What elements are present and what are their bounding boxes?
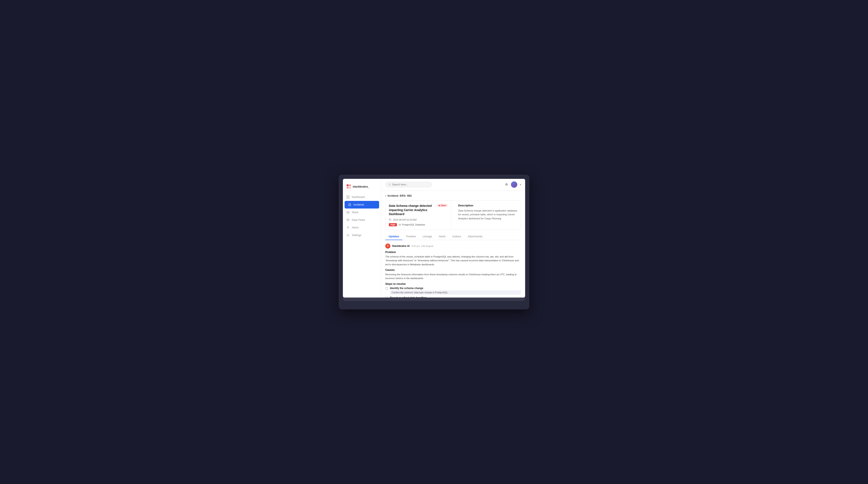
svg-rect-6 <box>346 197 348 199</box>
description-text: Data Schema change detected in applicati… <box>458 209 517 220</box>
breadcrumb: ‹ Incident: ERS- 992 <box>385 194 521 197</box>
sidebar-item-data-flows[interactable]: Data Flows <box>343 216 381 224</box>
svg-line-25 <box>390 185 391 185</box>
step-circle-1 <box>385 287 388 290</box>
sidebar-label-data-flows: Data Flows <box>352 218 365 221</box>
step-desc-1: Confirm the columns' data type change in… <box>390 290 521 295</box>
problem-text: The schema of the vessel_schedule table … <box>385 255 521 266</box>
sidebar: stackbrains_ Dashboard <box>343 179 381 298</box>
dashboard-icon <box>346 195 350 199</box>
step-item-1: Identify the schema change Confirm the c… <box>385 287 521 295</box>
back-button[interactable]: ‹ <box>385 194 386 197</box>
status-dot <box>439 205 440 206</box>
tab-actions[interactable]: Actions <box>449 233 465 240</box>
content-area: ‹ Incident: ERS- 992 Data Schema change … <box>381 190 525 298</box>
svg-point-23 <box>347 235 349 236</box>
main-content: ▾ ‹ Incident: ERS- 992 Data Schema chang… <box>381 179 525 298</box>
svg-rect-12 <box>347 212 349 213</box>
step-title-2: Revert or adjust data handling <box>390 296 521 298</box>
update-time: 5:35 pm, 14th August <box>411 245 433 247</box>
incident-meta: 2024-08-04T10:15:00Z <box>389 218 448 221</box>
stack-icon <box>346 211 350 214</box>
search-icon <box>389 183 391 186</box>
page-title: Incident: ERS- 992 <box>388 194 412 197</box>
update-body: Problem The schema of the vessel_schedul… <box>385 251 521 298</box>
tab-timeline[interactable]: Timeline <box>402 233 419 240</box>
avatar[interactable] <box>511 181 517 188</box>
step-content-1: Identify the schema change Confirm the c… <box>390 287 521 295</box>
svg-rect-15 <box>347 219 348 219</box>
svg-rect-4 <box>346 195 348 197</box>
steps-heading: Steps to resolve <box>385 282 521 285</box>
svg-rect-14 <box>346 219 347 220</box>
alerts-icon <box>346 226 350 229</box>
step-content-2: Revert or adjust data handling If possib… <box>390 296 521 298</box>
svg-rect-17 <box>349 219 349 220</box>
sidebar-item-incidents[interactable]: Incidents <box>345 201 379 209</box>
header-right: ▾ <box>504 181 521 188</box>
incident-date: 2024-08-04T10:15:00Z <box>393 218 417 221</box>
svg-rect-13 <box>347 211 349 212</box>
search-input[interactable] <box>392 183 429 186</box>
status-badge: Open <box>437 204 448 207</box>
sidebar-label-dashboard: Dashboard <box>352 195 365 199</box>
user-chevron-icon[interactable]: ▾ <box>520 183 521 186</box>
incidents-icon <box>348 203 351 206</box>
svg-rect-1 <box>349 184 351 186</box>
search-box[interactable] <box>385 182 432 187</box>
tab-attachments[interactable]: Attachments <box>465 233 486 240</box>
source-label: PostgreSQL Database <box>402 223 425 226</box>
svg-rect-0 <box>347 184 349 186</box>
svg-point-10 <box>349 205 350 206</box>
tab-updates[interactable]: Updates <box>385 233 402 240</box>
sidebar-item-dashboard[interactable]: Dashboard <box>343 193 381 201</box>
sidebar-item-alerts[interactable]: Alerts <box>343 224 381 232</box>
sidebar-item-stack[interactable]: Stack <box>343 209 381 216</box>
svg-rect-2 <box>347 187 349 189</box>
step-circle-2 <box>385 297 388 298</box>
svg-line-20 <box>348 219 349 220</box>
sidebar-label-settings: Settings <box>352 234 361 237</box>
steps-list: Identify the schema change Confirm the c… <box>385 287 521 298</box>
tab-lineage[interactable]: Lineage <box>419 233 435 240</box>
step-title-1: Identify the schema change <box>390 287 521 290</box>
sidebar-label-incidents: Incidents <box>353 203 364 206</box>
incident-tags: High PostgreSQL Database <box>389 223 448 226</box>
sidebar-nav: Dashboard Incidents St <box>343 193 381 239</box>
sidebar-label-alerts: Alerts <box>352 226 359 229</box>
incident-right-panel: Description Data Schema change detected … <box>455 201 521 230</box>
tabs-bar: Updates Timeline Lineage Alerts Actions … <box>385 233 521 240</box>
svg-rect-7 <box>348 197 349 199</box>
source-tag: PostgreSQL Database <box>399 223 425 226</box>
settings-icon <box>346 234 350 237</box>
logo-text: stackbrains_ <box>352 185 370 188</box>
bell-icon[interactable] <box>504 183 508 186</box>
update-header: S Stackbrains AI 5:35 pm, 14th August <box>385 243 521 248</box>
description-heading: Description <box>458 204 517 207</box>
causes-text: Removing the timezone information from t… <box>385 273 521 280</box>
causes-heading: Causes <box>385 269 521 271</box>
step-item-2: Revert or adjust data handling If possib… <box>385 296 521 298</box>
database-icon <box>399 223 401 226</box>
incident-title: Data Schema change detected impacting Ca… <box>389 204 435 216</box>
svg-rect-5 <box>348 195 349 197</box>
svg-rect-3 <box>349 187 351 189</box>
svg-rect-27 <box>389 219 391 221</box>
header: ▾ <box>381 179 525 190</box>
calendar-icon <box>389 218 391 221</box>
incident-card: Data Schema change detected impacting Ca… <box>385 200 521 230</box>
sidebar-label-stack: Stack <box>352 211 358 214</box>
incident-left-panel: Data Schema change detected impacting Ca… <box>385 201 452 230</box>
incident-title-row: Data Schema change detected impacting Ca… <box>389 204 448 216</box>
svg-rect-11 <box>347 213 349 213</box>
data-flows-icon <box>346 218 350 222</box>
svg-point-31 <box>399 224 401 224</box>
svg-line-21 <box>348 220 349 221</box>
svg-rect-16 <box>347 220 348 221</box>
update-author: Stackbrains AI <box>392 245 410 247</box>
tab-alerts[interactable]: Alerts <box>435 233 449 240</box>
ai-avatar: S <box>385 243 390 248</box>
sidebar-item-settings[interactable]: Settings <box>343 232 381 239</box>
logo-icon <box>346 184 351 189</box>
logo: stackbrains_ <box>343 182 381 193</box>
